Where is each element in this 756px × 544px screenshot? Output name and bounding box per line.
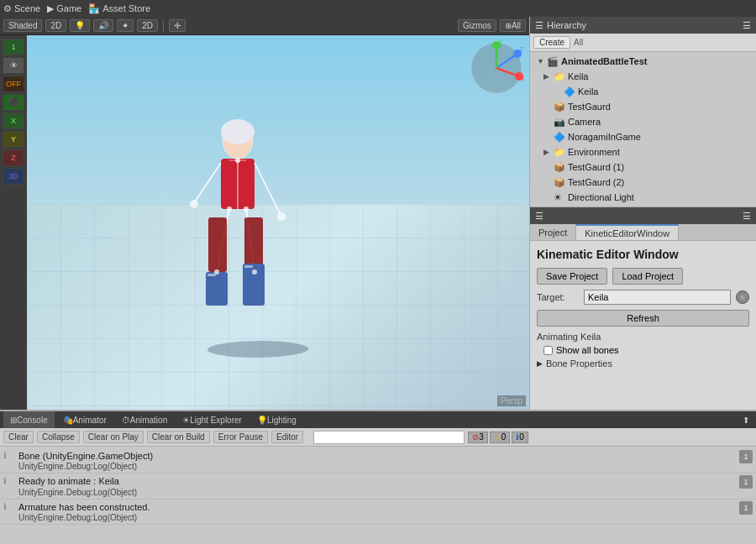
svg-rect-9	[208, 217, 227, 272]
kinematic-section: ☰ ☰ Project KineticEditorWindow Kinemati…	[530, 207, 756, 410]
viewport-with-icons: 1 👁 OFF ⬛ X Y Z 3D	[0, 35, 529, 410]
console-tab-animation[interactable]: ⏱ Animation	[115, 411, 174, 428]
2d-btn[interactable]: 2D	[45, 19, 66, 32]
tg2-icon: 📦	[554, 177, 565, 188]
kin-menu-icon[interactable]: ☰	[743, 211, 751, 222]
kin-header-title: ☰	[535, 211, 543, 222]
lighting-icon: 💡	[257, 416, 267, 425]
light-icon: ☀	[554, 192, 565, 203]
error-pause-btn[interactable]: Error Pause	[213, 431, 268, 443]
bottom-full: ⊞ Console 🎭 Animator ⏱ Animation ☀ Light…	[0, 411, 756, 544]
game-tab[interactable]: ▶ Game	[47, 3, 81, 14]
create-btn[interactable]: Create	[533, 36, 570, 49]
right-panel: ☰ Hierarchy ☰ Create All ▼ 🎬 AnimatedBat…	[529, 17, 756, 410]
light-exp-icon: ☀	[182, 416, 190, 425]
icon-y[interactable]: Y	[3, 131, 24, 148]
icon-z[interactable]: Z	[3, 149, 24, 166]
icon-3d[interactable]: 3D	[3, 168, 24, 185]
move-tool[interactable]: ✛	[169, 19, 186, 32]
target-select-btn[interactable]: ○	[736, 290, 749, 304]
keila-icon: 📁	[554, 71, 565, 82]
clear-build-btn[interactable]: Clear on Build	[147, 431, 210, 443]
icon-1[interactable]: 1	[3, 39, 24, 55]
project-tab[interactable]: Project	[530, 224, 576, 240]
svg-rect-11	[206, 272, 228, 306]
shading-mode-btn[interactable]: Shaded	[3, 19, 42, 32]
load-project-btn[interactable]: Load Project	[612, 268, 683, 285]
tree-item-camera[interactable]: 📷 Camera	[530, 114, 756, 129]
con-detail-1: UnityEngine.Debug:Log(Object)	[18, 488, 739, 497]
console-tab-console[interactable]: ⊞ Console	[3, 411, 55, 428]
viewport-section: Shaded 2D 💡 🔊 ✦ 2D ✛ Gizmos ⊕All 1 👁 OFF	[0, 17, 529, 410]
icon-x[interactable]: X	[3, 112, 24, 129]
console-item-2[interactable]: ℹ Armature has been constructed. UnityEn…	[0, 500, 756, 525]
con-msg-2: Armature has been constructed.	[18, 501, 739, 513]
collapse-btn[interactable]: Collapse	[37, 431, 80, 443]
kin-save-load-row: Save Project Load Project	[537, 268, 749, 285]
tree-item-environment[interactable]: ▶ 📁 Environment	[530, 144, 756, 160]
gizmos-btn[interactable]: Gizmos	[458, 19, 496, 32]
keila-child-icon: 🔷	[564, 86, 575, 97]
tree-item-dirlight[interactable]: ☀ Directional Light	[530, 190, 756, 205]
icon-move[interactable]: ⬛	[3, 94, 24, 111]
console-tab-light-explorer[interactable]: ☀ Light Explorer	[176, 411, 249, 428]
clear-play-btn[interactable]: Clear on Play	[83, 431, 144, 443]
svg-rect-14	[244, 265, 253, 268]
tree-item-testgaurd[interactable]: 📦 TestGaurd	[530, 99, 756, 114]
con-count-2: 1	[739, 501, 753, 515]
icon-off[interactable]: OFF	[3, 76, 24, 92]
stats-btn[interactable]: 2D	[137, 19, 158, 32]
tree-item-keila-child[interactable]: 🔷 Keila	[530, 84, 756, 99]
clear-btn[interactable]: Clear	[3, 431, 34, 443]
warning-icon: ⚠	[494, 432, 501, 442]
bottom-maximize-icon[interactable]: ⬆	[739, 416, 753, 425]
svg-point-19	[252, 269, 257, 275]
tree-root[interactable]: ▼ 🎬 AnimatedBattleTest	[530, 54, 756, 69]
kinematic-panel-header: ☰ ☰	[530, 207, 756, 224]
target-input[interactable]	[584, 290, 731, 305]
effects-btn[interactable]: ✦	[117, 19, 134, 32]
kinetic-editor-tab[interactable]: KineticEditorWindow	[576, 224, 679, 240]
show-bones-checkbox[interactable]	[543, 346, 553, 355]
keila-arrow: ▶	[543, 72, 554, 81]
hierarchy-section: ☰ Hierarchy ☰ Create All ▼ 🎬 AnimatedBat…	[530, 17, 756, 207]
gizmo-widget[interactable]: Z Y X	[467, 39, 526, 97]
viewport-canvas[interactable]: Z Y X Persp	[27, 35, 529, 410]
hierarchy-title: Hierarchy	[547, 20, 586, 30]
bone-props-arrow: ▶	[537, 359, 543, 368]
all-btn[interactable]: ⊕All	[500, 19, 526, 32]
audio-btn[interactable]: 🔊	[93, 19, 113, 32]
console-search-input[interactable]	[313, 431, 465, 444]
hierarchy-menu-icon[interactable]: ☰	[743, 20, 751, 31]
svg-rect-13	[207, 274, 216, 276]
bone-properties-header[interactable]: ▶ Bone Properties	[537, 358, 749, 369]
console-item-0[interactable]: ℹ Bone (UnityEngine.GameObject) UnityEng…	[0, 448, 756, 473]
tree-item-keila-parent[interactable]: ▶ 📁 Keila	[530, 69, 756, 84]
store-icon: 🏪	[88, 3, 100, 14]
save-project-btn[interactable]: Save Project	[537, 268, 607, 285]
lighting-btn[interactable]: 💡	[70, 19, 90, 32]
svg-point-18	[214, 269, 219, 275]
hierarchy-tree: ▼ 🎬 AnimatedBattleTest ▶ 📁 Keila 🔷	[530, 52, 756, 207]
tree-item-testgaurd1[interactable]: 📦 TestGaurd (1)	[530, 160, 756, 175]
kin-title: Kinematic Editor Window	[537, 248, 749, 261]
console-tab-lighting[interactable]: 💡 Lighting	[250, 411, 303, 428]
svg-line-3	[196, 163, 221, 201]
content-area: Shaded 2D 💡 🔊 ✦ 2D ✛ Gizmos ⊕All 1 👁 OFF	[0, 17, 756, 410]
tree-item-testgaurd2[interactable]: 📦 TestGaurd (2)	[530, 175, 756, 190]
scene-tab[interactable]: ⚙ Scene	[3, 3, 40, 14]
left-icons-panel: 1 👁 OFF ⬛ X Y Z 3D	[0, 35, 27, 410]
asset-store-tab[interactable]: 🏪 Asset Store	[88, 3, 150, 14]
animating-label: Animating Keila	[537, 332, 749, 342]
bone-props-label: Bone Properties	[546, 358, 612, 369]
scene-character	[171, 117, 305, 353]
console-item-1[interactable]: ℹ Ready to animate : Keila UnityEngine.D…	[0, 473, 756, 499]
svg-point-5	[190, 200, 198, 208]
console-tab-animator[interactable]: 🎭 Animator	[56, 411, 113, 428]
tree-item-noragami[interactable]: 🔷 NoragamiInGame	[530, 129, 756, 144]
refresh-btn[interactable]: Refresh	[537, 310, 749, 327]
icon-eye[interactable]: 👁	[3, 57, 24, 74]
con-info-icon-0: ℹ	[3, 451, 15, 460]
editor-btn[interactable]: Editor	[271, 431, 303, 443]
all-filter[interactable]: All	[574, 38, 583, 47]
